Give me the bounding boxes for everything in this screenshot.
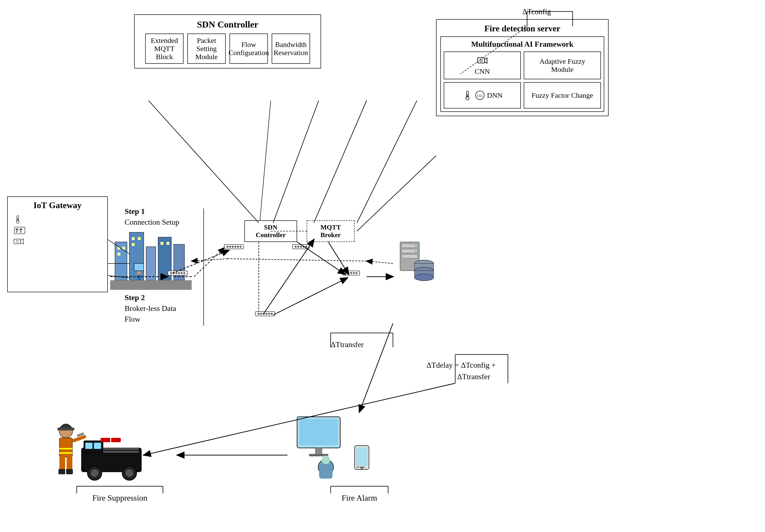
co2-sensor-icon: CO₂ <box>474 90 485 101</box>
svg-point-76 <box>322 456 330 464</box>
switch-dot <box>227 246 228 248</box>
switch-icon-4 <box>343 271 360 275</box>
switch-rect-2 <box>292 244 310 249</box>
switch-dot <box>305 246 307 248</box>
svg-rect-30 <box>161 242 163 245</box>
svg-point-2 <box>480 59 482 62</box>
svg-rect-51 <box>94 443 101 449</box>
fire-alarm-label: Fire Alarm <box>331 493 388 503</box>
svg-rect-57 <box>111 438 121 442</box>
svg-rect-82 <box>360 467 362 468</box>
switch-dot <box>266 313 267 315</box>
svg-rect-5 <box>467 94 468 98</box>
svg-point-34 <box>137 271 141 275</box>
switch-dot <box>240 246 242 248</box>
svg-line-95 <box>194 248 224 276</box>
switch-rect-4 <box>343 271 360 275</box>
extended-mqtt-block: Extended MQTT Block <box>145 34 184 64</box>
svg-line-87 <box>357 101 417 223</box>
svg-rect-27 <box>132 237 135 240</box>
switch-dot <box>263 313 265 315</box>
step1-line1: Step 1 <box>125 206 179 217</box>
camera-icon <box>477 55 487 66</box>
svg-point-41 <box>415 245 417 247</box>
dnn-module: CO₂ DNN <box>444 82 521 109</box>
svg-rect-25 <box>122 247 125 250</box>
monitor-person-svg <box>292 412 383 484</box>
switch-dot <box>183 272 185 274</box>
fire-suppression-text: Fire Suppression <box>92 493 147 502</box>
switch-icon-5 <box>255 311 275 316</box>
cnn-icon: CNN <box>474 55 490 75</box>
flow-configuration: Flow Configuration <box>230 34 268 64</box>
delta-ttransfer-label: ΔTtransfer <box>331 340 364 349</box>
sdn-controller-title: SDN Controller <box>139 19 316 30</box>
switch-dot <box>175 272 177 274</box>
svg-point-18 <box>16 240 18 243</box>
svg-rect-70 <box>59 452 72 454</box>
step1-label: Step 1 Connection Setup <box>125 206 179 228</box>
svg-rect-77 <box>319 464 333 479</box>
iot-camera-icon <box>13 237 24 246</box>
switch-dot <box>345 272 347 274</box>
switch-dot <box>353 272 355 274</box>
svg-point-15 <box>20 231 21 233</box>
delta-tdelay-text: ΔTdelay = ΔTconfig + ΔTtransfer <box>426 361 496 381</box>
switch-dot <box>356 272 358 274</box>
svg-rect-61 <box>58 427 74 430</box>
switch-dot <box>300 246 302 248</box>
cnn-label: CNN <box>474 67 490 75</box>
adaptive-fuzzy-module: Adaptive Fuzzy Module <box>524 52 601 79</box>
mqtt-broker-label: MQTTBroker <box>320 224 341 239</box>
switch-dot <box>295 246 297 248</box>
switch-rect-3 <box>168 271 188 275</box>
svg-rect-29 <box>132 243 135 246</box>
svg-line-107 <box>273 278 348 315</box>
svg-rect-56 <box>101 438 110 442</box>
svg-rect-26 <box>117 253 120 256</box>
step2-line2: Broker-less Data <box>125 303 176 314</box>
multifunc-box: Multifunctional AI Framework CNN Adaptiv… <box>440 36 604 112</box>
svg-rect-28 <box>138 237 141 240</box>
iot-icons <box>11 213 104 248</box>
svg-point-14 <box>16 231 17 233</box>
svg-line-106 <box>264 240 314 314</box>
svg-rect-79 <box>356 447 368 466</box>
sdn-controller-mid-box: SDNController <box>244 221 297 242</box>
delta-tconfig-label: ΔTconfig <box>522 7 551 16</box>
switch-dot <box>268 313 270 315</box>
sdn-controller-top-box: SDN Controller Extended MQTT Block Packe… <box>134 14 321 69</box>
svg-line-115 <box>360 323 393 412</box>
svg-line-102 <box>367 261 393 264</box>
packet-setting-module: Packet Setting Module <box>187 34 226 64</box>
switch-dot <box>170 272 172 274</box>
city-buildings-svg <box>110 223 192 290</box>
svg-rect-35 <box>137 275 141 280</box>
svg-marker-17 <box>21 239 23 244</box>
svg-rect-11 <box>14 227 25 234</box>
bandwidth-reservation: Bandwidth Reservation <box>272 34 310 64</box>
svg-rect-40 <box>401 255 418 258</box>
svg-rect-24 <box>117 247 120 250</box>
server-svg <box>393 240 441 292</box>
switch-dot <box>229 246 231 248</box>
iot-thermometer-icon <box>13 215 22 224</box>
city-illustration <box>110 223 192 290</box>
svg-rect-83 <box>363 467 365 468</box>
svg-point-55 <box>126 469 133 477</box>
svg-rect-50 <box>85 443 93 449</box>
svg-rect-62 <box>59 438 72 457</box>
switch-dot <box>173 272 175 274</box>
svg-line-85 <box>273 101 319 223</box>
svg-line-84 <box>149 101 259 223</box>
svg-rect-19 <box>115 242 127 280</box>
svg-line-103 <box>228 259 367 261</box>
svg-point-47 <box>414 274 434 281</box>
sdn-ctrl-mid-label: SDNController <box>256 224 286 239</box>
svg-rect-32 <box>134 264 144 271</box>
svg-rect-31 <box>167 242 169 245</box>
svg-rect-16 <box>14 239 21 244</box>
multifunc-title: Multifunctional AI Framework <box>444 40 601 49</box>
switch-dot <box>297 246 299 248</box>
server-illustration <box>393 240 441 292</box>
